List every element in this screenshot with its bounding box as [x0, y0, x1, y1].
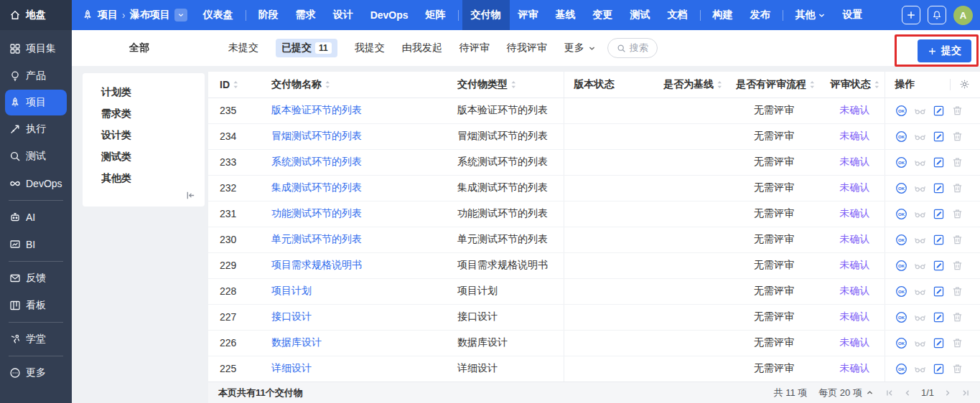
sidebar-item-kanban[interactable]: 看板: [0, 292, 72, 319]
edit-icon[interactable]: [933, 182, 945, 194]
deliverable-link[interactable]: 单元测试环节的列表: [271, 233, 362, 245]
glasses-icon[interactable]: [914, 260, 926, 272]
sidebar-item-devops[interactable]: DevOps: [0, 170, 72, 197]
category-item-design[interactable]: 设计类: [83, 125, 205, 146]
scope-tab-all[interactable]: 全部: [83, 37, 211, 59]
project-switcher-button[interactable]: [174, 9, 187, 22]
avatar[interactable]: A: [953, 6, 973, 25]
sort-icon[interactable]: [510, 80, 517, 89]
workspace-switcher[interactable]: 地盘: [0, 0, 72, 30]
filter-unsubmitted[interactable]: 未提交: [228, 42, 258, 54]
glasses-icon[interactable]: [914, 156, 926, 169]
trash-icon[interactable]: [951, 208, 963, 220]
deliverable-link[interactable]: 接口设计: [271, 310, 312, 322]
breadcrumb-app[interactable]: 项目: [98, 9, 118, 22]
trash-icon[interactable]: [951, 285, 963, 298]
column-header-review_status[interactable]: 评审状态: [818, 72, 885, 98]
breadcrumb-project[interactable]: 瀑布项目: [130, 9, 170, 22]
notifications-button[interactable]: [928, 6, 946, 24]
column-header-review_flow[interactable]: 是否有评审流程: [729, 72, 818, 98]
edit-icon[interactable]: [933, 260, 945, 272]
tab-deliverable[interactable]: 交付物: [462, 0, 510, 30]
deliverable-link[interactable]: 功能测试环节的列表: [271, 207, 362, 219]
tab-review[interactable]: 评审: [510, 0, 547, 30]
deliverable-link[interactable]: 系统测试环节的列表: [271, 156, 362, 167]
tab-release[interactable]: 发布: [742, 0, 779, 30]
edit-icon[interactable]: [933, 208, 945, 220]
trash-icon[interactable]: [951, 363, 963, 375]
glasses-icon[interactable]: [914, 208, 926, 220]
trash-icon[interactable]: [951, 234, 963, 246]
tab-test[interactable]: 测试: [622, 0, 659, 30]
deliverable-link[interactable]: 项目计划: [271, 285, 312, 296]
ok-icon[interactable]: OK: [895, 260, 907, 272]
ok-icon[interactable]: OK: [895, 285, 907, 298]
trash-icon[interactable]: [951, 260, 963, 272]
gear-icon[interactable]: [959, 79, 970, 90]
column-header-name[interactable]: 交付物名称: [258, 72, 449, 98]
ok-icon[interactable]: OK: [895, 363, 907, 375]
ok-icon[interactable]: OK: [895, 337, 907, 349]
last-page-icon[interactable]: [961, 389, 970, 397]
tab-story[interactable]: 需求: [287, 0, 325, 30]
filter-awaiting-my-review[interactable]: 待我评审: [507, 42, 547, 54]
submit-deliverable-button[interactable]: 提交: [918, 39, 971, 62]
category-item-requirement[interactable]: 需求类: [83, 103, 205, 125]
deliverable-link[interactable]: 版本验证环节的列表: [271, 104, 362, 115]
sidebar-item-product[interactable]: 产品: [0, 62, 72, 90]
filter-to-review[interactable]: 待评审: [459, 42, 490, 54]
sort-icon[interactable]: [717, 80, 723, 89]
tab-doc[interactable]: 文档: [659, 0, 696, 30]
next-page-icon[interactable]: [943, 389, 952, 397]
sidebar-item-project[interactable]: 项目: [5, 90, 67, 115]
sidebar-item-ai[interactable]: AI: [0, 204, 72, 231]
ok-icon[interactable]: OK: [895, 105, 907, 117]
glasses-icon[interactable]: [914, 234, 926, 246]
tab-dashboard[interactable]: 仪表盘: [195, 0, 242, 30]
ok-icon[interactable]: OK: [895, 182, 907, 194]
sidebar-item-school[interactable]: 学堂: [0, 326, 72, 353]
trash-icon[interactable]: [951, 131, 963, 143]
glasses-icon[interactable]: [914, 311, 926, 323]
filter-more[interactable]: 更多: [564, 42, 596, 54]
prev-page-icon[interactable]: [903, 389, 912, 397]
category-item-test[interactable]: 测试类: [83, 146, 205, 168]
ok-icon[interactable]: OK: [895, 234, 907, 246]
deliverable-link[interactable]: 集成测试环节的列表: [271, 181, 362, 193]
tab-devops[interactable]: DevOps: [362, 0, 417, 30]
glasses-icon[interactable]: [914, 182, 926, 194]
sidebar-item-project-set[interactable]: 项目集: [0, 35, 72, 62]
sidebar-item-more[interactable]: 更多: [0, 359, 72, 387]
sidebar-item-bi[interactable]: BI: [0, 231, 72, 258]
edit-icon[interactable]: [933, 156, 945, 169]
sort-icon[interactable]: [874, 80, 880, 89]
column-header-id[interactable]: ID: [208, 72, 258, 98]
tab-other[interactable]: 其他: [787, 0, 834, 30]
glasses-icon[interactable]: [914, 131, 926, 143]
glasses-icon[interactable]: [914, 337, 926, 349]
trash-icon[interactable]: [951, 156, 963, 169]
ok-icon[interactable]: OK: [895, 156, 907, 169]
filter-submitted[interactable]: 已提交11: [276, 39, 337, 57]
edit-icon[interactable]: [933, 285, 945, 298]
deliverable-link[interactable]: 数据库设计: [271, 336, 322, 348]
glasses-icon[interactable]: [914, 285, 926, 298]
column-header-is_baseline[interactable]: 是否为基线: [650, 72, 729, 98]
ok-icon[interactable]: OK: [895, 208, 907, 220]
glasses-icon[interactable]: [914, 363, 926, 375]
edit-icon[interactable]: [933, 363, 945, 375]
filter-submitted-by-me[interactable]: 我提交: [355, 42, 385, 54]
edit-icon[interactable]: [933, 311, 945, 323]
sidebar-item-testing[interactable]: 测试: [0, 143, 72, 170]
edit-icon[interactable]: [933, 337, 945, 349]
sidebar-item-feedback[interactable]: 反馈: [0, 265, 72, 292]
tab-design[interactable]: 设计: [325, 0, 362, 30]
tab-build[interactable]: 构建: [704, 0, 742, 30]
sort-icon[interactable]: [809, 80, 816, 89]
sort-icon[interactable]: [325, 80, 331, 89]
category-item-plan[interactable]: 计划类: [83, 82, 205, 103]
first-page-icon[interactable]: [885, 389, 894, 397]
deliverable-link[interactable]: 详细设计: [271, 362, 312, 374]
edit-icon[interactable]: [933, 234, 945, 246]
filter-initiated-by-me[interactable]: 由我发起: [402, 42, 442, 54]
